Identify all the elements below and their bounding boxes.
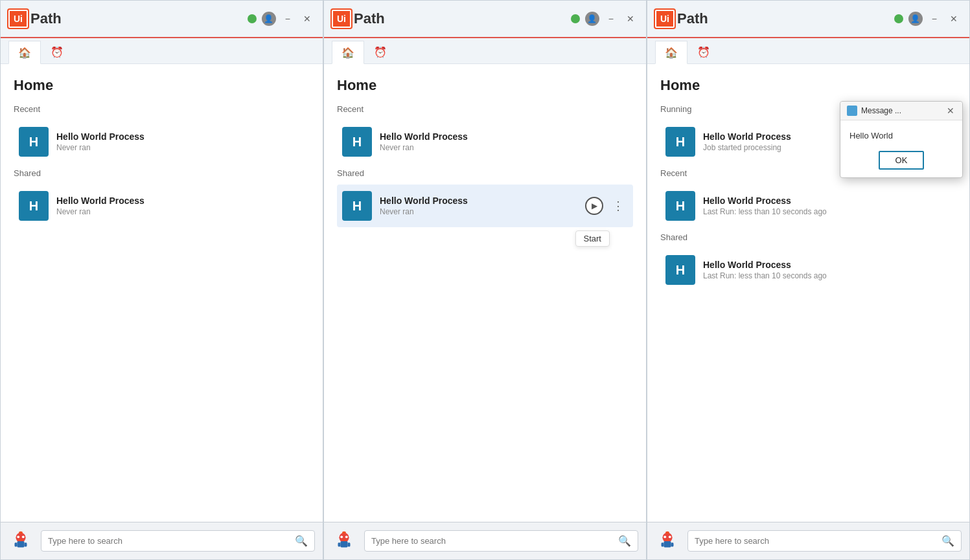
message-dialog: Message ... ✕ Hello World OK bbox=[840, 101, 963, 178]
search-icon-3: 🔍 bbox=[941, 535, 954, 547]
minimize-btn-1[interactable]: − bbox=[281, 12, 294, 25]
process-sub-2-r0: Never ran bbox=[380, 143, 628, 152]
windows-container: Ui Path 👤 − ✕ 🏠 ⏰ Home Recent H Hello Wo… bbox=[0, 0, 970, 560]
main-content-2: Home Recent H Hello World Process Never … bbox=[324, 64, 646, 522]
close-btn-2[interactable]: ✕ bbox=[623, 12, 638, 25]
search-icon-1: 🔍 bbox=[295, 535, 308, 547]
minimize-btn-3[interactable]: − bbox=[928, 12, 941, 25]
process-icon-3-ru0: H bbox=[665, 127, 695, 157]
tab-schedule-3[interactable]: ⏰ bbox=[687, 40, 720, 63]
taskbar-1: 🔍 bbox=[1, 522, 323, 559]
dialog-close-button[interactable]: ✕ bbox=[945, 106, 956, 116]
svg-point-7 bbox=[19, 531, 23, 533]
user-avatar-1[interactable]: 👤 bbox=[262, 12, 276, 26]
main-content-1: Home Recent H Hello World Process Never … bbox=[1, 64, 323, 522]
search-bar-3[interactable]: 🔍 bbox=[687, 530, 962, 552]
svg-rect-1 bbox=[17, 541, 24, 548]
tab-home-3[interactable]: 🏠 bbox=[655, 41, 687, 64]
dialog-icon bbox=[847, 106, 857, 116]
robot-icon-1 bbox=[8, 529, 33, 554]
svg-rect-3 bbox=[25, 542, 27, 546]
process-sub-2-s0: Never ran bbox=[380, 207, 585, 216]
process-info-2-s0: Hello World Process Never ran bbox=[380, 196, 585, 216]
process-icon-2-r0: H bbox=[342, 127, 372, 157]
process-item-3-recent-0[interactable]: H Hello World Process Last Run: less tha… bbox=[660, 185, 956, 227]
svg-point-15 bbox=[342, 531, 346, 533]
window-1: Ui Path 👤 − ✕ 🏠 ⏰ Home Recent H Hello Wo… bbox=[0, 0, 323, 560]
search-input-1[interactable] bbox=[48, 536, 291, 546]
svg-rect-11 bbox=[348, 542, 351, 546]
search-input-2[interactable] bbox=[371, 536, 614, 546]
svg-point-20 bbox=[664, 535, 666, 538]
process-item-2-recent-0[interactable]: H Hello World Process Never ran bbox=[337, 120, 633, 163]
page-title-2: Home bbox=[337, 77, 633, 94]
process-icon-1-s0: H bbox=[19, 191, 49, 221]
process-item-1-shared-0[interactable]: H Hello World Process Never ran bbox=[14, 185, 310, 227]
window-3: Ui Path 👤 − ✕ 🏠 ⏰ Home Running H Hello W… bbox=[647, 0, 970, 560]
process-name-1-r0: Hello World Process bbox=[56, 131, 305, 142]
process-icon-3-s0: H bbox=[665, 255, 695, 285]
process-icon-1-r0: H bbox=[19, 127, 49, 157]
process-item-1-recent-0[interactable]: H Hello World Process Never ran bbox=[14, 120, 310, 163]
taskbar-2: 🔍 bbox=[324, 522, 646, 559]
title-bar-2: Ui Path 👤 − ✕ bbox=[324, 1, 646, 38]
process-item-3-shared-0[interactable]: H Hello World Process Last Run: less tha… bbox=[660, 249, 956, 291]
user-avatar-3[interactable]: 👤 bbox=[908, 12, 923, 26]
svg-point-5 bbox=[22, 535, 25, 538]
process-info-3-s0: Hello World Process Last Run: less than … bbox=[703, 260, 951, 280]
status-dot-3 bbox=[894, 14, 903, 23]
more-options-2-s0[interactable]: ⋮ bbox=[608, 197, 628, 214]
section-shared-label-1: Shared bbox=[14, 168, 310, 178]
svg-point-21 bbox=[669, 535, 671, 538]
process-sub-1-r0: Never ran bbox=[56, 143, 305, 152]
svg-rect-19 bbox=[671, 542, 674, 546]
search-bar-1[interactable]: 🔍 bbox=[41, 530, 315, 552]
logo-text-2: Path bbox=[354, 10, 385, 27]
robot-icon-3 bbox=[655, 529, 680, 554]
tab-schedule-2[interactable]: ⏰ bbox=[364, 40, 397, 63]
process-name-3-r0: Hello World Process bbox=[703, 196, 951, 206]
process-info-3-r0: Hello World Process Last Run: less than … bbox=[703, 196, 951, 216]
section-recent-label-1: Recent bbox=[14, 104, 310, 114]
tab-home-2[interactable]: 🏠 bbox=[332, 41, 364, 64]
process-info-1-s0: Hello World Process Never ran bbox=[56, 196, 305, 216]
nav-bar-2: 🏠 ⏰ bbox=[324, 38, 646, 64]
dialog-title-text: Message ... bbox=[861, 106, 945, 115]
search-bar-2[interactable]: 🔍 bbox=[364, 530, 638, 552]
page-title-1: Home bbox=[14, 77, 310, 94]
tab-home-1[interactable]: 🏠 bbox=[8, 41, 41, 64]
user-avatar-2[interactable]: 👤 bbox=[585, 12, 599, 26]
process-item-2-shared-0[interactable]: H Hello World Process Never ran ▶ ⋮ Star… bbox=[337, 185, 633, 227]
logo-box-3: Ui bbox=[655, 10, 675, 28]
title-bar-1: Ui Path 👤 − ✕ bbox=[1, 1, 323, 38]
close-btn-1[interactable]: ✕ bbox=[299, 12, 315, 25]
dialog-message-text: Hello World bbox=[849, 131, 953, 140]
process-sub-1-s0: Never ran bbox=[56, 207, 305, 216]
process-icon-2-s0: H bbox=[342, 191, 372, 221]
process-name-3-s0: Hello World Process bbox=[703, 260, 951, 270]
dialog-ok-button[interactable]: OK bbox=[879, 151, 925, 170]
search-icon-2: 🔍 bbox=[618, 535, 631, 547]
status-dot-2 bbox=[571, 14, 580, 23]
close-btn-3[interactable]: ✕ bbox=[946, 12, 962, 25]
process-sub-3-s0: Last Run: less than 10 seconds ago bbox=[703, 271, 951, 280]
process-name-2-s0: Hello World Process bbox=[380, 196, 585, 206]
search-input-3[interactable] bbox=[695, 536, 938, 546]
nav-bar-1: 🏠 ⏰ bbox=[1, 38, 323, 64]
svg-rect-14 bbox=[342, 539, 346, 541]
dialog-title-bar: Message ... ✕ bbox=[840, 102, 962, 120]
svg-rect-17 bbox=[664, 541, 671, 548]
play-button-2-s0[interactable]: ▶ bbox=[585, 197, 603, 215]
process-info-2-r0: Hello World Process Never ran bbox=[380, 131, 628, 152]
svg-rect-10 bbox=[338, 542, 341, 546]
robot-icon-2 bbox=[332, 529, 356, 554]
logo-box-1: Ui bbox=[8, 10, 28, 28]
logo-text-1: Path bbox=[30, 10, 62, 27]
tab-schedule-1[interactable]: ⏰ bbox=[41, 40, 73, 63]
svg-point-13 bbox=[345, 535, 348, 538]
svg-rect-18 bbox=[662, 542, 664, 546]
minimize-btn-2[interactable]: − bbox=[605, 12, 618, 25]
svg-rect-2 bbox=[15, 542, 17, 546]
process-name-1-s0: Hello World Process bbox=[56, 196, 305, 206]
section-shared-label-2: Shared bbox=[337, 168, 633, 178]
